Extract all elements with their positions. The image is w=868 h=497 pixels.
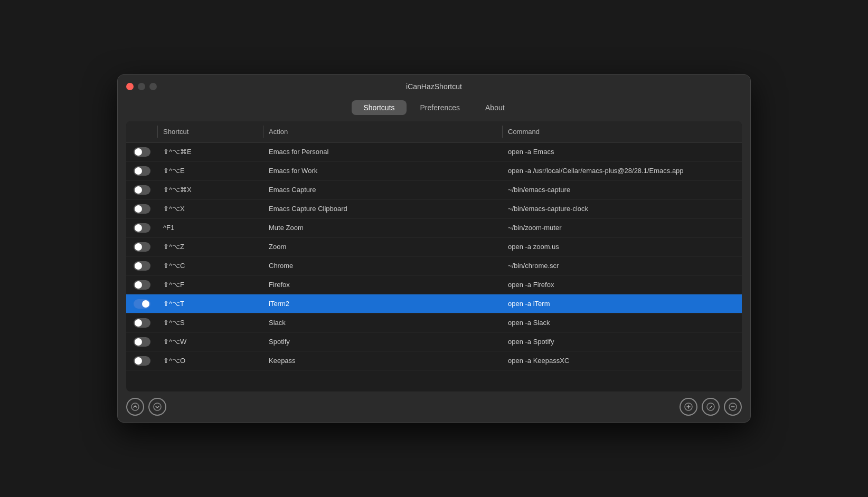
table-row[interactable]: ⇧^⌥EEmacs for Workopen -a /usr/local/Cel… [126, 161, 742, 180]
shortcut-cell: ⇧^⌥E [158, 164, 263, 178]
table-body: ⇧^⌥⌘EEmacs for Personalopen -a Emacs⇧^⌥E… [126, 142, 742, 391]
move-down-button[interactable] [148, 398, 166, 416]
tab-about[interactable]: About [474, 100, 516, 115]
tab-bar: Shortcuts Preferences About [118, 98, 750, 121]
toggle-switch[interactable] [134, 242, 150, 252]
toggle-cell [126, 261, 158, 271]
col-shortcut: Shortcut [158, 126, 263, 138]
toggle-switch[interactable] [134, 204, 150, 214]
toggle-knob [142, 300, 149, 308]
main-window: iCanHazShortcut Shortcuts Preferences Ab… [117, 74, 751, 423]
toggle-switch[interactable] [134, 147, 150, 157]
table-row[interactable]: ^F1Mute Zoom~/bin/zoom-muter [126, 218, 742, 237]
action-cell: Chrome [263, 259, 503, 273]
minimize-button[interactable] [138, 83, 145, 90]
toggle-cell [126, 242, 158, 252]
table-row[interactable]: ⇧^⌥ZZoomopen -a zoom.us [126, 237, 742, 256]
toggle-knob [135, 148, 142, 156]
toggle-knob [135, 224, 142, 232]
toggle-switch[interactable] [134, 261, 150, 271]
toggle-cell [126, 166, 158, 176]
shortcut-cell: ⇧^⌥Z [158, 240, 263, 254]
action-cell: Emacs for Personal [263, 145, 503, 159]
command-cell: ~/bin/chrome.scr [503, 259, 742, 273]
tab-preferences[interactable]: Preferences [409, 100, 471, 115]
toggle-knob [135, 338, 142, 346]
shortcut-cell: ⇧^⌥W [158, 334, 263, 349]
table-row[interactable]: ⇧^⌥⌘EEmacs for Personalopen -a Emacs [126, 142, 742, 161]
shortcut-cell: ⇧^⌥⌘X [158, 183, 263, 197]
toggle-switch[interactable] [134, 299, 150, 309]
command-cell: ~/bin/emacs-capture-clock [503, 202, 742, 216]
toggle-switch[interactable] [134, 318, 150, 328]
plus-icon [684, 403, 693, 411]
toggle-knob [135, 205, 142, 213]
svg-point-1 [154, 403, 161, 410]
toggle-switch[interactable] [134, 356, 150, 366]
action-cell: Slack [263, 316, 503, 330]
table-row[interactable]: ⇧^⌥XEmacs Capture Clipboard~/bin/emacs-c… [126, 199, 742, 218]
maximize-button[interactable] [149, 83, 157, 90]
command-cell: open -a Emacs [503, 145, 742, 159]
table-row[interactable]: ⇧^⌥OKeepassopen -a KeepassXC [126, 351, 742, 370]
toggle-switch[interactable] [134, 185, 150, 195]
window-title: iCanHazShortcut [406, 82, 462, 91]
shortcut-cell: ⇧^⌥⌘E [158, 145, 263, 159]
toggle-knob [135, 357, 142, 365]
action-cell: Spotify [263, 334, 503, 349]
table-header: Shortcut Action Command [126, 121, 742, 142]
action-cell: Emacs for Work [263, 164, 503, 178]
toggle-knob [135, 319, 142, 327]
shortcut-cell: ⇧^⌥C [158, 259, 263, 273]
toggle-knob [135, 262, 142, 270]
command-cell: open -a KeepassXC [503, 353, 742, 368]
col-command: Command [503, 126, 742, 138]
toggle-switch[interactable] [134, 166, 150, 176]
col-action: Action [263, 126, 503, 138]
toggle-switch[interactable] [134, 337, 150, 347]
table-row[interactable]: ⇧^⌥TiTerm2open -a iTerm [126, 294, 742, 313]
toggle-cell [126, 299, 158, 309]
traffic-lights [126, 83, 157, 90]
command-cell: open -a Firefox [503, 278, 742, 292]
titlebar: iCanHazShortcut [118, 75, 750, 98]
toggle-switch[interactable] [134, 280, 150, 290]
edit-button[interactable] [702, 398, 720, 416]
svg-point-0 [131, 403, 139, 410]
content-area: Shortcut Action Command ⇧^⌥⌘EEmacs for P… [126, 121, 742, 391]
command-cell: open -a iTerm [503, 297, 742, 311]
action-cell: Keepass [263, 353, 503, 368]
table-row[interactable]: ⇧^⌥⌘XEmacs Capture~/bin/emacs-capture [126, 180, 742, 199]
remove-button[interactable] [724, 398, 742, 416]
shortcut-cell: ⇧^⌥F [158, 278, 263, 292]
toggle-knob [135, 186, 142, 194]
tab-shortcuts[interactable]: Shortcuts [352, 100, 406, 115]
shortcut-cell: ⇧^⌥T [158, 297, 263, 311]
close-button[interactable] [126, 83, 134, 90]
action-cell: Emacs Capture Clipboard [263, 202, 503, 216]
action-cell: Firefox [263, 278, 503, 292]
command-cell: ~/bin/emacs-capture [503, 183, 742, 197]
table-row[interactable]: ⇧^⌥FFirefoxopen -a Firefox [126, 275, 742, 294]
table-row[interactable]: ⇧^⌥CChrome~/bin/chrome.scr [126, 256, 742, 275]
add-button[interactable] [680, 398, 697, 416]
toggle-knob [135, 243, 142, 251]
action-cell: Zoom [263, 240, 503, 254]
shortcut-cell: ⇧^⌥X [158, 202, 263, 216]
toggle-cell [126, 337, 158, 347]
table-row[interactable]: ⇧^⌥WSpotifyopen -a Spotify [126, 332, 742, 351]
down-arrow-icon [153, 403, 162, 411]
toggle-cell [126, 318, 158, 328]
move-up-button[interactable] [126, 398, 144, 416]
action-cell: Emacs Capture [263, 183, 503, 197]
command-cell: open -a Slack [503, 316, 742, 330]
toolbar-left [126, 398, 166, 416]
toggle-cell [126, 204, 158, 214]
toggle-cell [126, 147, 158, 157]
shortcut-cell: ⇧^⌥S [158, 316, 263, 330]
toggle-cell [126, 356, 158, 366]
table-row[interactable]: ⇧^⌥SSlackopen -a Slack [126, 313, 742, 332]
toggle-switch[interactable] [134, 223, 150, 233]
minus-icon [729, 403, 737, 411]
bottom-toolbar [118, 391, 750, 422]
